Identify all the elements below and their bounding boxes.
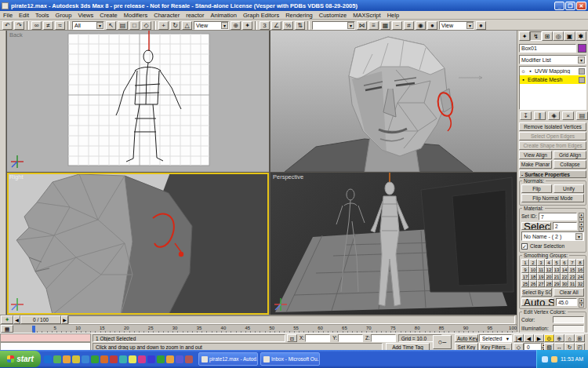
- grid-align-button[interactable]: Grid Align: [554, 151, 586, 159]
- smoothing-group-23[interactable]: 23: [568, 273, 576, 280]
- illumination-swatch[interactable]: [553, 325, 584, 332]
- collapse-button[interactable]: Collapse: [554, 160, 586, 169]
- make-unique-icon[interactable]: ◈: [548, 111, 560, 120]
- mini-track-icon[interactable]: ▦: [1, 325, 13, 333]
- redo-icon[interactable]: ↷: [14, 21, 24, 30]
- spinner-icon[interactable]: ▲▼: [579, 213, 584, 220]
- close-button[interactable]: ✕: [576, 2, 586, 10]
- maxscript-listener-pink[interactable]: [0, 333, 91, 342]
- menu-rendering[interactable]: Rendering: [282, 12, 316, 19]
- smoothing-group-11[interactable]: 11: [537, 266, 545, 273]
- auto-smooth-field[interactable]: 45.0: [556, 298, 577, 306]
- remove-isolated-vertices-button[interactable]: Remove Isolated Vertices: [519, 122, 586, 131]
- material-name-dropdown[interactable]: No Name - ( 2 ) ▾: [521, 231, 584, 241]
- ref-coord-dropdown[interactable]: View▾: [194, 21, 229, 30]
- menu-graph-editors[interactable]: Graph Editors: [240, 12, 282, 19]
- smoothing-group-18[interactable]: 18: [529, 273, 537, 280]
- modifier-list-dropdown[interactable]: Modifier List ▾: [519, 55, 586, 64]
- x-coordinate-field[interactable]: [305, 334, 330, 342]
- menu-views[interactable]: Views: [74, 12, 96, 19]
- key-icon[interactable]: ○–: [433, 335, 452, 349]
- menu-group[interactable]: Group: [53, 12, 75, 19]
- tab-motion[interactable]: ◎: [553, 31, 564, 41]
- material-editor-icon[interactable]: ◉: [416, 21, 426, 30]
- move-icon[interactable]: +: [158, 21, 169, 30]
- quick-launch-icon[interactable]: [91, 355, 99, 363]
- viewport-perspective-label[interactable]: Perspective: [273, 173, 303, 180]
- frame-number-field[interactable]: 0: [524, 343, 541, 351]
- viewport-back[interactable]: Back: [7, 31, 269, 172]
- time-slider-prev-icon[interactable]: ◀: [13, 315, 20, 324]
- smoothing-group-22[interactable]: 22: [561, 273, 568, 280]
- flip-normal-mode-button[interactable]: Flip Normal Mode: [521, 194, 584, 202]
- smoothing-group-15[interactable]: 15: [568, 266, 576, 273]
- quick-launch-icon[interactable]: [119, 355, 127, 363]
- key-filters-button[interactable]: Key Filters...: [479, 343, 512, 351]
- menu-character[interactable]: Character: [151, 12, 183, 19]
- viewport-front-head[interactable]: [270, 31, 517, 172]
- smoothing-group-2[interactable]: 2: [529, 259, 537, 266]
- spinner-icon[interactable]: ▲▼: [579, 298, 584, 306]
- select-id-field[interactable]: 2: [553, 222, 577, 230]
- make-planar-button[interactable]: Make Planar: [519, 160, 552, 169]
- vertex-color-swatch[interactable]: [553, 316, 584, 323]
- smoothing-group-26[interactable]: 26: [529, 280, 537, 287]
- show-end-result-icon[interactable]: ∥: [534, 111, 546, 120]
- quick-launch-icon[interactable]: [63, 355, 71, 363]
- view-align-button[interactable]: View Align: [519, 151, 552, 159]
- task-button[interactable]: Inbox - Microsoft Ou...: [260, 352, 320, 366]
- smoothing-group-5[interactable]: 5: [553, 259, 561, 266]
- smoothing-group-29[interactable]: 29: [553, 280, 561, 287]
- render-scene-icon[interactable]: ●: [427, 21, 437, 30]
- selection-lock-icon[interactable]: ⊡: [287, 334, 297, 342]
- pan-icon[interactable]: ↔: [554, 343, 564, 351]
- smoothing-group-3[interactable]: 3: [537, 259, 545, 266]
- unify-button[interactable]: Unify: [554, 184, 584, 193]
- menu-file[interactable]: File: [0, 12, 16, 19]
- rect-region-icon[interactable]: □: [129, 21, 140, 30]
- zoom-extents-icon[interactable]: ⌂: [564, 334, 575, 342]
- select-id-button[interactable]: Select ID: [521, 222, 551, 230]
- quick-launch-icon[interactable]: [110, 355, 118, 363]
- schematic-view-icon[interactable]: #: [404, 21, 414, 30]
- subobject-toggle-icon[interactable]: [579, 68, 585, 75]
- z-coordinate-field[interactable]: [371, 334, 396, 342]
- tab-display[interactable]: ▣: [564, 31, 575, 41]
- select-object-icon[interactable]: ↖: [106, 21, 116, 30]
- viewport-right-label[interactable]: Right: [9, 173, 24, 180]
- viewport-right-face[interactable]: Right: [7, 173, 269, 315]
- smoothing-group-7[interactable]: 7: [568, 259, 576, 266]
- y-coordinate-field[interactable]: [338, 334, 363, 342]
- smoothing-group-4[interactable]: 4: [545, 259, 553, 266]
- menu-edit[interactable]: Edit: [16, 12, 32, 19]
- align-icon[interactable]: ≡: [368, 21, 379, 30]
- smoothing-group-10[interactable]: 10: [529, 266, 537, 273]
- set-key-button[interactable]: Set Key: [455, 343, 478, 351]
- time-slider-handle[interactable]: 0 / 100: [20, 315, 61, 324]
- prev-frame-icon[interactable]: ◀: [524, 334, 534, 342]
- snap-3d-icon[interactable]: 3: [260, 21, 270, 30]
- smoothing-group-20[interactable]: 20: [545, 273, 553, 280]
- pin-stack-icon[interactable]: ↧: [520, 111, 532, 120]
- smoothing-group-24[interactable]: 24: [576, 273, 584, 280]
- window-crossing-icon[interactable]: ◇: [141, 21, 151, 30]
- smoothing-group-8[interactable]: 8: [576, 259, 584, 266]
- lightbulb-icon[interactable]: ☼: [521, 68, 526, 74]
- layers-icon[interactable]: ▦: [380, 21, 390, 30]
- render-type-dropdown[interactable]: View▾: [439, 21, 474, 30]
- smoothing-group-17[interactable]: 17: [521, 273, 529, 280]
- remove-modifier-icon[interactable]: ×: [562, 111, 574, 120]
- menu-animation[interactable]: Animation: [208, 12, 240, 19]
- smoothing-group-21[interactable]: 21: [553, 273, 561, 280]
- flip-button[interactable]: Flip: [521, 184, 552, 193]
- zoom-region-icon[interactable]: ▧: [544, 343, 554, 351]
- quick-launch-icon[interactable]: [138, 355, 146, 363]
- smoothing-group-27[interactable]: 27: [537, 280, 545, 287]
- mirror-icon[interactable]: ⋈: [357, 21, 367, 30]
- menu-maxscript[interactable]: MAXScript: [350, 12, 383, 19]
- viewport-perspective[interactable]: Perspective: [270, 173, 517, 315]
- key-mode-toggle-icon[interactable]: ◇: [514, 343, 524, 351]
- time-slider-next-icon[interactable]: ▶: [61, 315, 68, 324]
- configure-stack-icon[interactable]: ▤: [576, 111, 588, 120]
- viewport-back-label[interactable]: Back: [9, 31, 23, 38]
